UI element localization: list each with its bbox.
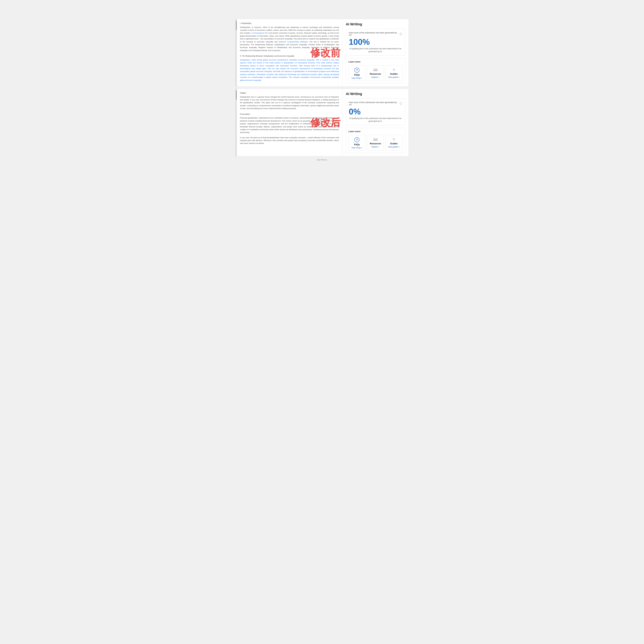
- doc-para-1-highlight-2: proposes corresponding strategies: [279, 41, 308, 43]
- faq-ext-icon-after: ↗: [361, 147, 362, 149]
- faq-icon-before: ?: [354, 68, 359, 73]
- doc-para-1: Globalization, in essence, refers to the…: [240, 26, 339, 52]
- scroll-thumb-after: [236, 90, 237, 100]
- doc-heading-3: Unique: [240, 92, 339, 95]
- guides-label-before: Guides: [390, 73, 398, 75]
- section-before: I. Introduction Globalization, in essenc…: [235, 19, 409, 87]
- windows-activate: 激活 Windows: [235, 159, 409, 162]
- ai-score-after: 0%: [349, 107, 402, 116]
- ai-question-after: How much of this submission has been gen…: [349, 101, 402, 106]
- resources-icon-after: 📖: [373, 137, 378, 141]
- top-blank-space: [0, 0, 644, 19]
- guides-ext-icon-before: ↗: [399, 76, 400, 78]
- faq-ext-icon-before: ↗: [361, 77, 362, 79]
- doc-heading-2: II. The Relationship Between Globalizati…: [240, 55, 339, 58]
- lm-title-after: Learn more: [349, 130, 402, 133]
- ai-question-text-after: How much of this submission has been gen…: [349, 101, 399, 106]
- lm-card-faqs-before: ? FAQs View FAQs ↗: [349, 65, 365, 81]
- lm-card-faqs-after: ? FAQs View FAQs ↗: [349, 135, 365, 151]
- learn-more-after: Learn more ? FAQs View FAQs ↗ 📖 Resource…: [346, 128, 405, 153]
- guides-link-before[interactable]: View guides ↗: [388, 76, 400, 78]
- ai-panel-before-title: AI Writing: [346, 22, 405, 26]
- doc-panel-after: Unique Globalization has in a general se…: [237, 89, 342, 156]
- section-after: Unique Globalization has in a general se…: [235, 89, 409, 156]
- ai-score-desc-before: of qualifying text in this submission ha…: [349, 47, 402, 53]
- faq-label-before: FAQs: [354, 74, 360, 76]
- info-icon-before[interactable]: i: [400, 33, 402, 35]
- ai-panel-after: AI Writing How much of this submission h…: [342, 89, 409, 156]
- ai-panel-after-title: AI Writing: [346, 92, 405, 96]
- guides-icon-before: ☆: [392, 68, 396, 72]
- faq-link-before[interactable]: View FAQs ↗: [352, 77, 362, 79]
- lm-title-before: Learn more: [349, 61, 402, 63]
- doc-heading-1: I. Introduction: [240, 22, 339, 25]
- scroll-thumb-before: [236, 21, 237, 30]
- ai-score-before: 100%: [349, 38, 402, 46]
- doc-para-2: Globalization, while driving global econ…: [240, 58, 339, 82]
- ai-score-desc-after: of qualifying text in this submission ha…: [349, 117, 402, 123]
- lm-grid-before: ? FAQs View FAQs ↗ 📖 Resources Explore ↗: [349, 65, 402, 81]
- lm-grid-after: ? FAQs View FAQs ↗ 📖 Resources Explore ↗: [349, 135, 402, 151]
- guides-icon-after: ☆: [392, 137, 396, 141]
- doc-para-5: In any case, the picks up of financial g…: [240, 136, 339, 145]
- lm-card-resources-after: 📖 Resources Explore ↗: [367, 135, 384, 151]
- scrollbar-after[interactable]: [236, 89, 237, 156]
- doc-para-3: Globalization has in a general sense cha…: [240, 95, 339, 110]
- resources-ext-icon-after: ↗: [378, 146, 379, 148]
- lm-card-guides-after: ☆ Guides View guides ↗: [385, 135, 402, 151]
- info-icon-after[interactable]: i: [400, 102, 402, 105]
- guides-ext-icon-after: ↗: [399, 146, 400, 148]
- learn-more-before: Learn more ? FAQs View FAQs ↗ 📖 Resource…: [346, 58, 405, 83]
- doc-para-2-text: Globalization, while driving global econ…: [240, 59, 339, 81]
- lm-card-resources-before: 📖 Resources Explore ↗: [367, 65, 384, 81]
- resources-link-after[interactable]: Explore ↗: [371, 146, 379, 148]
- ai-panel-before: AI Writing How much of this submission h…: [342, 19, 409, 87]
- ai-score-box-before: How much of this submission has been gen…: [346, 29, 405, 56]
- guides-link-after[interactable]: View guides ↗: [388, 146, 400, 148]
- lm-card-guides-before: ☆ Guides View guides ↗: [385, 65, 402, 81]
- resources-label-before: Resources: [370, 73, 381, 75]
- resources-link-before[interactable]: Explore ↗: [371, 76, 379, 78]
- main-container: I. Introduction Globalization, in essenc…: [235, 19, 409, 162]
- resources-ext-icon-before: ↗: [378, 76, 379, 78]
- doc-para-4: Financial globalization, hallmarked by t…: [240, 116, 339, 134]
- doc-heading-4: Presentation: [240, 113, 339, 116]
- ai-question-before: How much of this submission has been gen…: [349, 32, 402, 36]
- scrollbar-before[interactable]: [236, 19, 237, 87]
- faq-link-after[interactable]: View FAQs ↗: [352, 147, 362, 149]
- faq-icon-after: ?: [354, 137, 359, 142]
- doc-para-1-highlight: It encompasses the: [251, 32, 268, 34]
- ai-question-text-before: How much of this submission has been gen…: [349, 32, 399, 36]
- resources-icon-before: 📖: [373, 68, 378, 72]
- guides-label-after: Guides: [390, 142, 398, 145]
- ai-score-box-after: How much of this submission has been gen…: [346, 98, 405, 125]
- resources-label-after: Resources: [370, 142, 381, 145]
- doc-panel-before: I. Introduction Globalization, in essenc…: [237, 19, 342, 87]
- faq-label-after: FAQs: [354, 143, 360, 146]
